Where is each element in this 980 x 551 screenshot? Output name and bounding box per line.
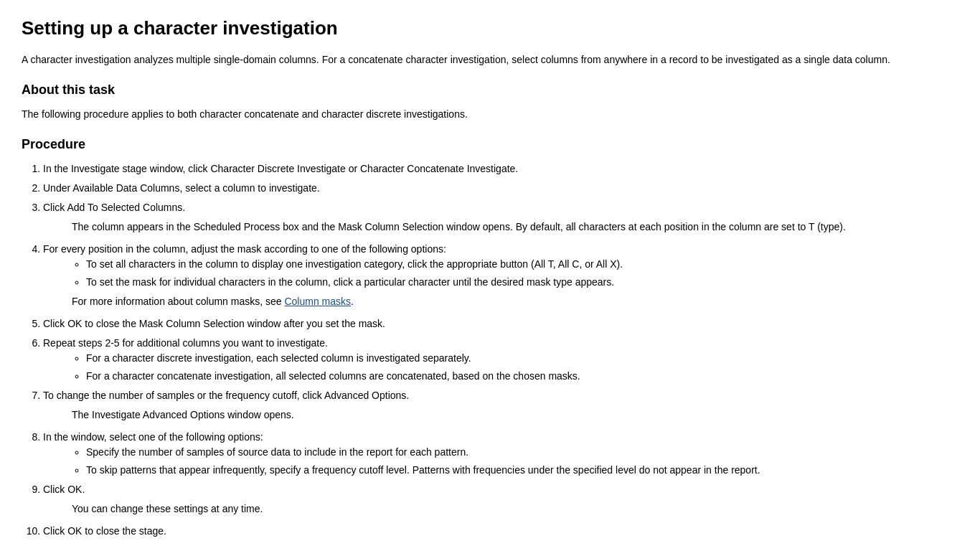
step-sub-list-6: For a character discrete investigation, … bbox=[86, 351, 958, 384]
step-sub-list-4: To set all characters in the column to d… bbox=[86, 257, 958, 290]
step-text: Under Available Data Columns, select a c… bbox=[43, 182, 320, 194]
step-text: Repeat steps 2-5 for additional columns … bbox=[43, 337, 328, 349]
procedure-step-4: For every position in the column, adjust… bbox=[43, 242, 958, 309]
procedure-step-3: Click Add To Selected Columns.The column… bbox=[43, 200, 958, 235]
sub-list-item: To set the mask for individual character… bbox=[86, 275, 958, 290]
step-text: Click OK to close the stage. bbox=[43, 525, 166, 537]
procedure-step-7: To change the number of samples or the f… bbox=[43, 388, 958, 423]
sub-list-item: Specify the number of samples of source … bbox=[86, 445, 958, 460]
about-text: The following procedure applies to both … bbox=[22, 107, 958, 122]
sub-list-item: To skip patterns that appear infrequentl… bbox=[86, 463, 958, 478]
step-text: In the window, select one of the followi… bbox=[43, 431, 263, 443]
step-text: To change the number of samples or the f… bbox=[43, 390, 409, 401]
sub-list-item: For a character concatenate investigatio… bbox=[86, 369, 958, 384]
step-text: In the Investigate stage window, click C… bbox=[43, 163, 518, 174]
step-note-7: The Investigate Advanced Options window … bbox=[72, 408, 958, 423]
procedure-step-6: Repeat steps 2-5 for additional columns … bbox=[43, 336, 958, 384]
procedure-heading: Procedure bbox=[22, 135, 958, 154]
step-note-4: For more information about column masks,… bbox=[72, 294, 958, 309]
step-sub-list-8: Specify the number of samples of source … bbox=[86, 445, 958, 478]
about-heading: About this task bbox=[22, 80, 958, 100]
intro-text: A character investigation analyzes multi… bbox=[22, 52, 958, 67]
page-title: Setting up a character investigation bbox=[22, 14, 958, 42]
step-note-9: You can change these settings at any tim… bbox=[72, 501, 958, 517]
step-text: Click Add To Selected Columns. bbox=[43, 202, 185, 213]
procedure-step-1: In the Investigate stage window, click C… bbox=[43, 161, 958, 176]
step-text: For every position in the column, adjust… bbox=[43, 243, 446, 255]
sub-list-item: For a character discrete investigation, … bbox=[86, 351, 958, 366]
step-note-3: The column appears in the Scheduled Proc… bbox=[72, 220, 958, 235]
sub-list-item: To set all characters in the column to d… bbox=[86, 257, 958, 272]
procedure-step-10: Click OK to close the stage. bbox=[43, 524, 958, 539]
procedure-step-9: Click OK.You can change these settings a… bbox=[43, 482, 958, 517]
procedure-step-8: In the window, select one of the followi… bbox=[43, 430, 958, 478]
procedure-list: In the Investigate stage window, click C… bbox=[43, 161, 958, 539]
step-text: Click OK. bbox=[43, 484, 85, 495]
procedure-step-2: Under Available Data Columns, select a c… bbox=[43, 181, 958, 196]
step-text: Click OK to close the Mask Column Select… bbox=[43, 318, 385, 329]
procedure-step-5: Click OK to close the Mask Column Select… bbox=[43, 316, 958, 331]
step-note-link-4[interactable]: Column masks bbox=[284, 296, 351, 307]
